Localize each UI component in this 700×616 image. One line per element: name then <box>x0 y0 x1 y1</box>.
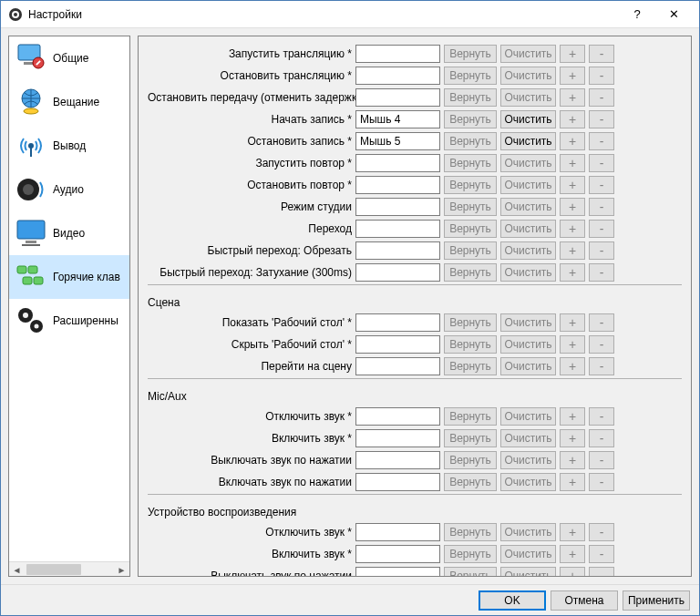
remove-button[interactable]: - <box>589 67 614 85</box>
revert-button[interactable]: Вернуть <box>444 132 497 150</box>
clear-button[interactable]: Очистить <box>500 313 556 332</box>
hotkey-input[interactable] <box>355 335 440 354</box>
revert-button[interactable]: Вернуть <box>444 473 497 491</box>
clear-button[interactable]: Очистить <box>500 88 556 107</box>
clear-button[interactable]: Очистить <box>500 110 556 128</box>
remove-button[interactable]: - <box>589 407 614 426</box>
revert-button[interactable]: Вернуть <box>444 154 497 172</box>
revert-button[interactable]: Вернуть <box>444 88 497 107</box>
hotkey-input[interactable] <box>355 132 440 150</box>
sidebar-hscroll[interactable]: ◄ ► <box>9 561 129 577</box>
scroll-track[interactable] <box>25 562 114 577</box>
clear-button[interactable]: Очистить <box>500 241 556 260</box>
hotkey-input[interactable] <box>355 567 440 577</box>
hotkey-input[interactable] <box>355 407 440 426</box>
revert-button[interactable]: Вернуть <box>444 176 497 194</box>
add-button[interactable]: + <box>560 335 585 354</box>
clear-button[interactable]: Очистить <box>500 523 556 541</box>
remove-button[interactable]: - <box>589 451 614 469</box>
remove-button[interactable]: - <box>589 220 614 238</box>
hotkey-input[interactable] <box>355 88 440 107</box>
close-button[interactable]: ✕ <box>655 7 692 21</box>
revert-button[interactable]: Вернуть <box>444 451 497 469</box>
revert-button[interactable]: Вернуть <box>444 523 497 541</box>
add-button[interactable]: + <box>560 88 585 107</box>
clear-button[interactable]: Очистить <box>500 45 556 63</box>
hotkey-input[interactable] <box>355 313 440 332</box>
apply-button[interactable]: Применить <box>623 590 690 611</box>
add-button[interactable]: + <box>560 198 585 216</box>
remove-button[interactable]: - <box>589 523 614 541</box>
revert-button[interactable]: Вернуть <box>444 407 497 426</box>
add-button[interactable]: + <box>560 176 585 194</box>
remove-button[interactable]: - <box>589 473 614 491</box>
clear-button[interactable]: Очистить <box>500 220 556 238</box>
clear-button[interactable]: Очистить <box>500 132 556 150</box>
remove-button[interactable]: - <box>589 88 614 107</box>
revert-button[interactable]: Вернуть <box>444 198 497 216</box>
revert-button[interactable]: Вернуть <box>444 545 497 563</box>
clear-button[interactable]: Очистить <box>500 335 556 354</box>
remove-button[interactable]: - <box>589 429 614 447</box>
add-button[interactable]: + <box>560 154 585 172</box>
clear-button[interactable]: Очистить <box>500 176 556 194</box>
add-button[interactable]: + <box>560 567 585 577</box>
clear-button[interactable]: Очистить <box>500 545 556 563</box>
add-button[interactable]: + <box>560 545 585 563</box>
hotkey-input[interactable] <box>355 451 440 469</box>
remove-button[interactable]: - <box>589 263 614 282</box>
help-button[interactable]: ? <box>619 7 655 21</box>
remove-button[interactable]: - <box>589 154 614 172</box>
add-button[interactable]: + <box>560 451 585 469</box>
add-button[interactable]: + <box>560 241 585 260</box>
add-button[interactable]: + <box>560 473 585 491</box>
hotkey-input[interactable] <box>355 176 440 194</box>
revert-button[interactable]: Вернуть <box>444 429 497 447</box>
clear-button[interactable]: Очистить <box>500 154 556 172</box>
remove-button[interactable]: - <box>589 567 614 577</box>
remove-button[interactable]: - <box>589 45 614 63</box>
hotkey-input[interactable] <box>355 357 440 375</box>
ok-button[interactable]: OK <box>479 590 546 611</box>
remove-button[interactable]: - <box>589 241 614 260</box>
clear-button[interactable]: Очистить <box>500 198 556 216</box>
nav-stream[interactable]: Вещание <box>9 80 130 124</box>
scroll-right-icon[interactable]: ► <box>114 562 129 577</box>
cancel-button[interactable]: Отмена <box>551 590 618 611</box>
nav-general[interactable]: Общие <box>9 36 130 80</box>
add-button[interactable]: + <box>560 45 585 63</box>
clear-button[interactable]: Очистить <box>500 473 556 491</box>
hotkey-input[interactable] <box>355 198 440 216</box>
add-button[interactable]: + <box>560 313 585 332</box>
remove-button[interactable]: - <box>589 176 614 194</box>
hotkey-input[interactable] <box>355 220 440 238</box>
revert-button[interactable]: Вернуть <box>444 110 497 128</box>
remove-button[interactable]: - <box>589 335 614 354</box>
hotkey-input[interactable] <box>355 154 440 172</box>
clear-button[interactable]: Очистить <box>500 357 556 375</box>
remove-button[interactable]: - <box>589 313 614 332</box>
clear-button[interactable]: Очистить <box>500 567 556 577</box>
scroll-thumb[interactable] <box>26 564 81 575</box>
revert-button[interactable]: Вернуть <box>444 567 497 577</box>
revert-button[interactable]: Вернуть <box>444 220 497 238</box>
revert-button[interactable]: Вернуть <box>444 45 497 63</box>
clear-button[interactable]: Очистить <box>500 429 556 447</box>
hotkey-input[interactable] <box>355 67 440 85</box>
hotkey-input[interactable] <box>355 241 440 260</box>
add-button[interactable]: + <box>560 523 585 541</box>
hotkey-input[interactable] <box>355 45 440 63</box>
nav-advanced[interactable]: Расширенны <box>9 299 130 343</box>
scroll-left-icon[interactable]: ◄ <box>9 562 25 577</box>
revert-button[interactable]: Вернуть <box>444 335 497 354</box>
remove-button[interactable]: - <box>589 110 614 128</box>
add-button[interactable]: + <box>560 110 585 128</box>
nav-hotkeys[interactable]: Горячие клав <box>9 255 130 299</box>
nav-video[interactable]: Видео <box>9 211 130 255</box>
remove-button[interactable]: - <box>589 545 614 563</box>
revert-button[interactable]: Вернуть <box>444 67 497 85</box>
revert-button[interactable]: Вернуть <box>444 241 497 260</box>
add-button[interactable]: + <box>560 407 585 426</box>
remove-button[interactable]: - <box>589 198 614 216</box>
clear-button[interactable]: Очистить <box>500 67 556 85</box>
